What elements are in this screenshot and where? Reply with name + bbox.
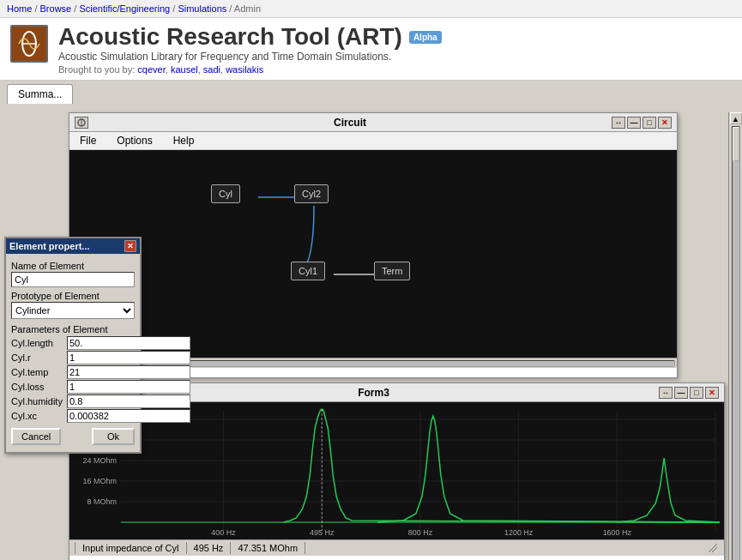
circuit-menu-bar: File Options Help — [69, 132, 677, 150]
chart-status-bar: Input impedance of Cyl 495 Hz 47.351 MOh… — [69, 539, 724, 556]
author-kausel[interactable]: kausel — [171, 64, 198, 75]
param-val-loss[interactable] — [67, 380, 190, 394]
param-key-temp: Cyl.temp — [11, 367, 67, 377]
app-title: Acoustic Research Tool (ART) — [58, 25, 402, 49]
right-scrollbar[interactable]: ▲ ▼ — [728, 112, 742, 560]
form3-window-controls: ↔ — □ ✕ — [659, 387, 719, 399]
breadcrumb-admin: Admin — [234, 3, 261, 14]
circuit-window-controls: ↔ — □ ✕ — [612, 117, 672, 129]
param-row-humidity: Cyl.humidity — [11, 394, 135, 408]
svg-text:800 Hz: 800 Hz — [408, 528, 433, 537]
alpha-badge: Alpha — [409, 31, 442, 44]
breadcrumb-scientific[interactable]: Scientific/Engineering — [79, 3, 170, 14]
param-row-r: Cyl.r — [11, 351, 135, 364]
app-logo — [10, 25, 48, 63]
app-header: Acoustic Research Tool (ART) Alpha Acous… — [0, 18, 742, 81]
chart-area: 40 MOhm 32 MOhm 24 MOhm 16 MOhm 8 MOhm 4… — [69, 402, 724, 539]
breadcrumb-simulations[interactable]: Simulations — [178, 3, 226, 14]
form3-minimize-btn[interactable]: — — [674, 387, 688, 399]
param-key-xc: Cyl.xc — [11, 411, 67, 421]
app-title-line: Acoustic Research Tool (ART) Alpha — [58, 25, 732, 49]
param-key-length: Cyl.length — [11, 338, 67, 348]
circuit-titlebar: Circuit ↔ — □ ✕ — [69, 113, 677, 132]
chart-svg: 40 MOhm 32 MOhm 24 MOhm 16 MOhm 8 MOhm 4… — [69, 402, 724, 539]
param-val-temp[interactable] — [67, 365, 190, 379]
circuit-icon-btn2[interactable]: ↔ — [612, 117, 625, 129]
element-dialog: Element propert... ✕ Name of Element Pro… — [4, 237, 142, 454]
param-val-length[interactable] — [67, 336, 190, 350]
ok-button[interactable]: Ok — [92, 428, 135, 445]
svg-text:495 Hz: 495 Hz — [310, 528, 335, 537]
chart-status-value: 47.351 MOhm — [231, 542, 305, 554]
svg-text:1200 Hz: 1200 Hz — [504, 528, 534, 537]
chart-status-label: Input impedance of Cyl — [75, 542, 187, 554]
author-cqever[interactable]: cqever — [137, 64, 165, 75]
circuit-window-icons-left — [75, 117, 88, 129]
breadcrumb-browse[interactable]: Browse — [40, 3, 72, 14]
dialog-buttons: Cancel Ok — [11, 428, 135, 449]
scroll-thumb[interactable] — [733, 127, 739, 161]
menu-help[interactable]: Help — [170, 134, 198, 148]
author-sadi[interactable]: sadi — [203, 64, 220, 75]
param-row-xc: Cyl.xc — [11, 409, 135, 423]
tab-summary[interactable]: Summa... — [7, 84, 73, 104]
params-label: Parameters of Element — [11, 324, 135, 334]
cancel-button[interactable]: Cancel — [11, 428, 61, 445]
menu-file[interactable]: File — [76, 134, 100, 148]
name-input[interactable] — [11, 272, 135, 287]
param-val-xc[interactable] — [67, 409, 190, 423]
element-dialog-body: Name of Element Prototype of Element Cyl… — [6, 254, 140, 452]
chart-resize-icon[interactable] — [707, 542, 719, 554]
param-val-r[interactable] — [67, 351, 190, 364]
svg-text:16 MOhm: 16 MOhm — [83, 477, 117, 485]
circuit-node-cyl2[interactable]: Cyl2 — [294, 184, 329, 203]
form3-icon-btn2[interactable]: ↔ — [659, 387, 673, 399]
name-label: Name of Element — [11, 261, 135, 271]
element-dialog-title: Element propert... — [9, 241, 90, 251]
circuit-maximize-btn[interactable]: □ — [642, 117, 656, 129]
chart-status-spacer — [305, 542, 707, 554]
circuit-icon-btn[interactable] — [75, 117, 88, 129]
circuit-close-btn[interactable]: ✕ — [658, 117, 672, 129]
scroll-up-arrow[interactable]: ▲ — [730, 112, 742, 124]
prototype-select[interactable]: Cylinder — [11, 302, 135, 319]
app-credit: Brought to you by: cqever, kausel, sadi,… — [58, 64, 732, 75]
svg-text:8 MOhm: 8 MOhm — [87, 497, 117, 506]
circuit-minimize-btn[interactable]: — — [627, 117, 641, 129]
circuit-node-cyl1[interactable]: Cyl1 — [291, 262, 325, 280]
breadcrumb-home[interactable]: Home — [7, 3, 32, 14]
param-key-loss: Cyl.loss — [11, 382, 67, 392]
main-area: Circuit ↔ — □ ✕ File Options Help C — [0, 104, 742, 560]
param-row-temp: Cyl.temp — [11, 365, 135, 379]
param-row-length: Cyl.length — [11, 336, 135, 350]
svg-text:400 Hz: 400 Hz — [211, 528, 236, 537]
param-val-humidity[interactable] — [67, 394, 190, 408]
author-wasilakis[interactable]: wasilakis — [226, 64, 263, 75]
param-row-loss: Cyl.loss — [11, 380, 135, 394]
app-subtitle: Acoustic Simulation Library for Frequenc… — [58, 51, 732, 63]
circuit-connections — [69, 150, 677, 358]
svg-text:1600 Hz: 1600 Hz — [603, 528, 632, 537]
menu-options[interactable]: Options — [113, 134, 155, 148]
credit-prefix: Brought to you by: — [58, 64, 137, 75]
tab-bar: Summa... — [0, 81, 742, 104]
element-dialog-titlebar: Element propert... ✕ — [6, 238, 140, 254]
svg-text:24 MOhm: 24 MOhm — [83, 456, 117, 465]
chart-status-freq: 495 Hz — [187, 542, 232, 554]
circuit-title: Circuit — [88, 117, 612, 129]
element-dialog-close[interactable]: ✕ — [124, 240, 136, 252]
app-title-block: Acoustic Research Tool (ART) Alpha Acous… — [58, 25, 732, 75]
circuit-node-term[interactable]: Term — [374, 262, 410, 280]
param-key-r: Cyl.r — [11, 352, 67, 363]
prototype-label: Prototype of Element — [11, 291, 135, 301]
circuit-node-cyl[interactable]: Cyl — [211, 184, 240, 203]
circuit-canvas: Cyl Cyl2 Cyl1 Term — [69, 150, 677, 358]
param-key-humidity: Cyl.humidity — [11, 396, 67, 406]
scroll-track[interactable] — [732, 126, 740, 560]
breadcrumb: Home / Browse / Scientific/Engineering /… — [0, 0, 742, 18]
form3-close-btn[interactable]: ✕ — [705, 387, 719, 399]
form3-maximize-btn[interactable]: □ — [690, 387, 703, 399]
